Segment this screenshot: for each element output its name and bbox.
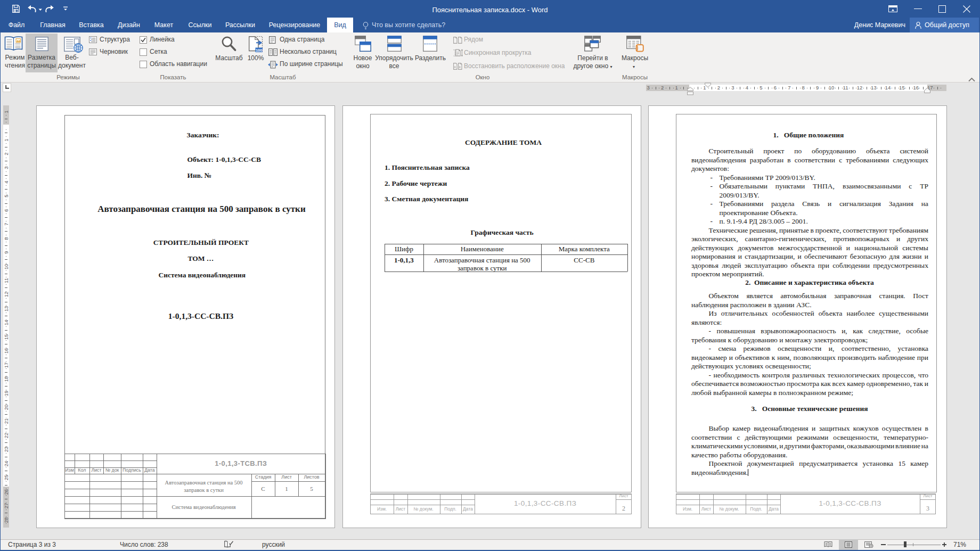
- svg-text:100: 100: [256, 48, 263, 52]
